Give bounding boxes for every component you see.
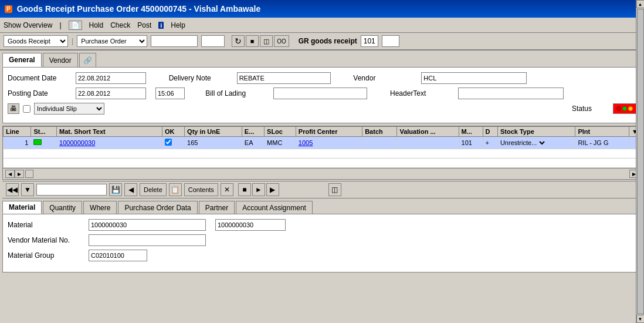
bill-of-lading-input[interactable] xyxy=(273,88,367,99)
menu-bar: Show Overview | 📄 Hold Check Post i Help xyxy=(0,18,644,33)
ref-doc-select[interactable]: Purchase Order xyxy=(77,35,147,47)
sap-icon: P xyxy=(5,5,12,13)
title-bar: P Goods Receipt Purchase Order 450000074… xyxy=(0,0,644,18)
stock-type-select[interactable]: ▾ xyxy=(538,138,547,147)
line-items-table-wrapper: Line St... Mat. Short Text OK Qty in UnE… xyxy=(2,126,642,180)
toolbar-grid-btn[interactable]: ◫ xyxy=(260,35,273,47)
status-dot-2 xyxy=(622,106,627,111)
detail-tab-strip: Material Quantity Where Purchase Order D… xyxy=(2,201,642,214)
col-profit-center: Profit Center xyxy=(296,127,362,137)
material-group-label: Material Group xyxy=(8,251,84,260)
col-status: St... xyxy=(31,127,57,137)
material-input[interactable] xyxy=(89,219,206,231)
toolbar-x-btn[interactable]: ✕ xyxy=(221,183,233,196)
menu-check[interactable]: Check xyxy=(110,21,130,29)
detail-tab-po-data[interactable]: Purchase Order Data xyxy=(118,201,197,214)
toolbar-save-btn[interactable]: ↻ xyxy=(232,35,245,47)
menu-hold[interactable]: Hold xyxy=(89,21,104,29)
material-group-input[interactable] xyxy=(89,250,147,261)
col-valuation: Valuation ... xyxy=(397,127,459,137)
cell-sloc: MMC xyxy=(265,137,296,149)
delete-button[interactable]: Delete xyxy=(140,183,167,196)
toolbar-sep: | xyxy=(72,37,73,45)
table-header: Line St... Mat. Short Text OK Qty in UnE… xyxy=(4,127,641,137)
vendor-label: Vendor xyxy=(353,74,412,82)
vendor-material-input[interactable] xyxy=(89,234,206,246)
print-area: 🖶 Individual Slip xyxy=(8,103,104,115)
info-icon: i xyxy=(158,22,164,29)
table-row[interactable]: 1 1000000030 165 EA MMC 1005 xyxy=(4,137,641,149)
cell-unit: EA xyxy=(242,137,264,149)
header-text-input[interactable] xyxy=(458,88,564,99)
tab-icon[interactable]: 🔗 xyxy=(79,53,96,67)
toolbar-right-icons: ■ ► ▶ xyxy=(238,183,279,196)
detail-tab-material[interactable]: Material xyxy=(2,201,42,214)
toolbar-r2[interactable]: ► xyxy=(252,183,265,196)
status-label: Status xyxy=(572,105,592,113)
toolbar-icons: ↻ ■ ◫ OO xyxy=(232,35,289,47)
toolbar-r3[interactable]: ▶ xyxy=(266,183,279,196)
hscroll-left-btn[interactable]: ◀ xyxy=(5,170,15,178)
table-vscroll[interactable]: ▲ ▼ xyxy=(636,126,641,168)
col-sloc: SLoc xyxy=(265,127,296,137)
detail-tab-where[interactable]: Where xyxy=(83,201,117,214)
search-input[interactable] xyxy=(36,184,107,196)
material-input2[interactable] xyxy=(215,219,286,231)
hscroll-box xyxy=(25,170,33,178)
cell-profit-center: 1005 xyxy=(296,137,362,149)
toolbar-grid2-btn[interactable]: ◫ xyxy=(328,183,341,196)
toolbar-save2-btn[interactable]: 💾 xyxy=(109,183,122,196)
menu-post[interactable]: Post xyxy=(137,21,151,29)
posting-time-input[interactable] xyxy=(155,88,185,99)
vendor-input[interactable] xyxy=(421,72,527,84)
toolbar-r1[interactable]: ■ xyxy=(238,183,251,196)
row-status-green xyxy=(33,139,42,145)
delivery-note-label: Delivery Note xyxy=(169,74,228,82)
col-unit: E... xyxy=(242,127,264,137)
col-qty: Qty in UnE xyxy=(185,127,242,137)
gr-extra-field[interactable] xyxy=(382,35,399,47)
material-row: Material xyxy=(8,219,636,231)
posting-date-input[interactable] xyxy=(76,88,146,99)
tab-vendor[interactable]: Vendor xyxy=(43,53,78,67)
detail-tab-account[interactable]: Account Assignment xyxy=(236,201,313,214)
bottom-toolbar: ◀◀ ▼ 💾 ◀ Delete 📋 Contents ✕ ■ ► ▶ ◫ xyxy=(2,181,642,198)
doc-date-input[interactable] xyxy=(76,72,146,84)
cell-ok[interactable] xyxy=(162,137,184,149)
cell-status xyxy=(31,137,57,149)
menu-help[interactable]: Help xyxy=(171,21,185,29)
detail-tab-partner[interactable]: Partner xyxy=(199,201,235,214)
line-items-table: Line St... Mat. Short Text OK Qty in UnE… xyxy=(3,126,641,168)
ref-doc-input[interactable] xyxy=(151,35,198,47)
delivery-note-input[interactable] xyxy=(237,72,331,84)
doc-type-select[interactable]: Goods Receipt xyxy=(4,35,68,47)
menu-document-icon[interactable]: 📄 xyxy=(69,21,82,30)
col-mat-short-text: Mat. Short Text xyxy=(57,127,162,137)
individual-slip-checkbox[interactable] xyxy=(23,105,30,113)
hscroll-right-btn[interactable]: ▶ xyxy=(15,170,24,178)
tab-general[interactable]: General xyxy=(2,53,42,67)
table-row-empty-1 xyxy=(4,149,641,159)
detail-form-panel: Material Vendor Material No. Material Gr… xyxy=(2,214,642,272)
col-line: Line xyxy=(4,127,31,137)
table-body: 1 1000000030 165 EA MMC 1005 xyxy=(4,137,641,168)
menu-show-overview[interactable]: Show Overview xyxy=(4,21,52,29)
cell-qty: 165 xyxy=(185,137,242,149)
ref-doc-input2[interactable] xyxy=(201,35,225,47)
toolbar-hold-btn[interactable]: ■ xyxy=(246,35,259,47)
toolbar-first-btn[interactable]: ◀◀ xyxy=(6,183,19,196)
toolbar-prev2-btn[interactable]: ◀ xyxy=(124,183,137,196)
toolbar-oo-btn[interactable]: OO xyxy=(274,35,289,47)
table-nav-row: ◀ ▶ ▶ xyxy=(3,168,641,179)
toolbar-filter-btn[interactable]: ▼ xyxy=(21,183,34,196)
main-content: General Vendor 🔗 Document Date Delivery … xyxy=(0,51,644,275)
print-icon[interactable]: 🖶 xyxy=(8,103,19,114)
status-dots xyxy=(616,106,633,111)
col-m: M... xyxy=(459,127,483,137)
material-group-row: Material Group xyxy=(8,250,636,261)
toolbar-copy-btn[interactable]: 📋 xyxy=(169,183,182,196)
contents-button[interactable]: Contents xyxy=(184,183,218,196)
cell-line: 1 xyxy=(4,137,31,149)
detail-tab-quantity[interactable]: Quantity xyxy=(43,201,82,214)
individual-slip-select[interactable]: Individual Slip xyxy=(34,103,104,115)
